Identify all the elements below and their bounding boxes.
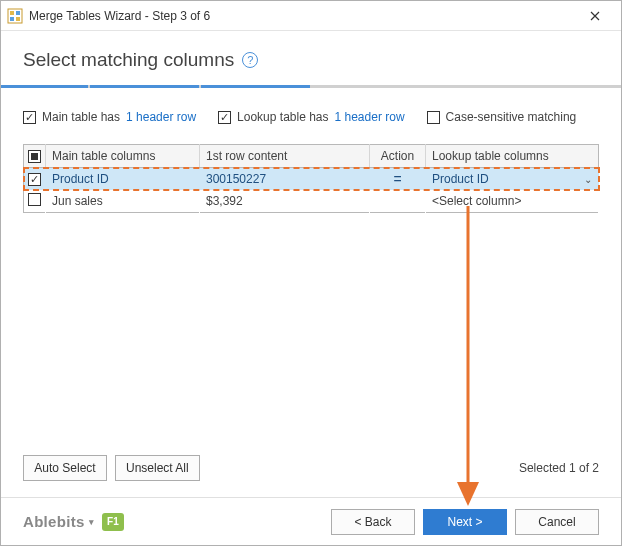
lookup-dropdown[interactable]: Product ID ⌄	[426, 168, 599, 191]
header-select-all[interactable]	[24, 145, 46, 168]
lookup-header-label-pre: Lookup table has	[237, 110, 328, 124]
lookup-header-checkbox[interactable]: Lookup table has 1 header row	[218, 110, 404, 124]
brand-label: Ablebits	[23, 513, 85, 530]
lower-button-row: Auto Select Unselect All Selected 1 of 2	[23, 455, 599, 481]
table-header-row: Main table columns 1st row content Actio…	[24, 145, 599, 168]
chevron-down-icon: ⌄	[584, 174, 592, 185]
cell-main: Jun sales	[46, 190, 200, 212]
close-button[interactable]	[575, 1, 615, 31]
auto-select-button[interactable]: Auto Select	[23, 455, 107, 481]
action-equals-icon: =	[393, 171, 401, 187]
app-icon	[7, 8, 23, 24]
cell-action	[370, 190, 426, 212]
row-checkbox[interactable]	[28, 173, 41, 186]
svg-rect-4	[16, 17, 20, 21]
content-area: Select matching columns ?	[1, 31, 621, 71]
table-row[interactable]: Product ID 300150227 = Product ID ⌄	[24, 168, 599, 191]
checkbox-icon	[218, 111, 231, 124]
brand-menu[interactable]: Ablebits ▾	[23, 513, 94, 530]
unselect-all-button[interactable]: Unselect All	[115, 455, 200, 481]
main-header-checkbox[interactable]: Main table has 1 header row	[23, 110, 196, 124]
svg-rect-3	[10, 17, 14, 21]
options-row: Main table has 1 header row Lookup table…	[23, 110, 599, 124]
title-bar: Merge Tables Wizard - Step 3 of 6	[1, 1, 621, 31]
help-icon[interactable]: ?	[242, 52, 258, 68]
cell-content: 300150227	[200, 168, 370, 191]
footer: Ablebits ▾ F1 < Back Next > Cancel	[1, 497, 621, 545]
header-content[interactable]: 1st row content	[200, 145, 370, 168]
cancel-button[interactable]: Cancel	[515, 509, 599, 535]
chevron-down-icon: ▾	[89, 517, 94, 527]
svg-rect-1	[10, 11, 14, 15]
header-main[interactable]: Main table columns	[46, 145, 200, 168]
selection-status: Selected 1 of 2	[519, 461, 599, 475]
svg-rect-2	[16, 11, 20, 15]
back-button[interactable]: < Back	[331, 509, 415, 535]
cell-content: $3,392	[200, 190, 370, 212]
lookup-value: <Select column>	[432, 194, 521, 208]
header-lookup[interactable]: Lookup table columns	[426, 145, 599, 168]
table-row[interactable]: Jun sales $3,392 <Select column>	[24, 190, 599, 212]
lookup-value: Product ID	[432, 172, 489, 186]
case-sensitive-checkbox[interactable]: Case-sensitive matching	[427, 110, 577, 124]
row-checkbox[interactable]	[28, 193, 41, 206]
cell-main: Product ID	[46, 168, 200, 191]
lookup-header-row-link[interactable]: 1 header row	[335, 110, 405, 124]
tristate-checkbox-icon	[28, 150, 41, 163]
next-button[interactable]: Next >	[423, 509, 507, 535]
progress-bar	[0, 85, 622, 88]
columns-table: Main table columns 1st row content Actio…	[23, 144, 599, 213]
main-header-row-link[interactable]: 1 header row	[126, 110, 196, 124]
window-title: Merge Tables Wizard - Step 3 of 6	[29, 9, 575, 23]
page-heading: Select matching columns	[23, 49, 234, 71]
case-sensitive-label: Case-sensitive matching	[446, 110, 577, 124]
main-header-label-pre: Main table has	[42, 110, 120, 124]
checkbox-icon	[427, 111, 440, 124]
checkbox-icon	[23, 111, 36, 124]
header-action[interactable]: Action	[370, 145, 426, 168]
lookup-dropdown[interactable]: <Select column>	[426, 190, 599, 212]
help-f1-button[interactable]: F1	[102, 513, 124, 531]
